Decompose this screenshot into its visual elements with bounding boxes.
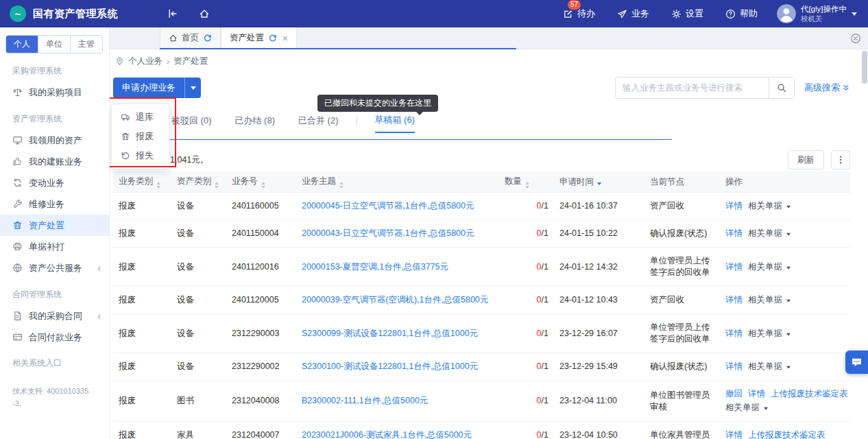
user-menu[interactable]: 代[gly]操作中 校机关 <box>777 4 857 23</box>
related-docs-menu[interactable]: 相关单据 <box>748 262 791 272</box>
more-options-button[interactable] <box>831 150 850 169</box>
related-docs-menu[interactable]: 相关单据 <box>725 403 769 412</box>
globe-icon <box>12 263 23 273</box>
cell-biz-no: 2401150004 <box>226 220 296 248</box>
filter-tab-rejected[interactable]: 被驳回 (0) <box>171 115 212 132</box>
sort-icon[interactable] <box>261 182 265 189</box>
related-docs-menu[interactable]: 相关单据 <box>748 228 791 238</box>
role-tab-supervisor[interactable]: 主管 <box>70 36 102 53</box>
location-pin-icon <box>115 57 124 66</box>
menu-item-return-storage[interactable]: 退库 <box>112 108 169 127</box>
related-docs-menu[interactable]: 相关单据 <box>748 361 791 371</box>
column-header-col-qty[interactable]: 数量 <box>499 171 554 193</box>
sort-icon[interactable] <box>525 182 529 189</box>
send-icon <box>617 9 627 19</box>
page-tab-asset-disposal[interactable]: 资产处置× <box>221 27 297 49</box>
subject-link[interactable]: 20000039-空气调节器(空调机),1台件,总值5800元 <box>302 295 488 305</box>
scrollbar-thumb[interactable] <box>862 51 867 84</box>
subject-link[interactable]: 20000045-日立空气调节器,1台件,总值5800元 <box>302 201 474 211</box>
table-row[interactable]: 报废图书2312040008B2300002-111,1台件,总值5000元0/… <box>113 381 850 422</box>
action-link[interactable]: 详情 <box>725 329 743 338</box>
action-link[interactable]: 上传报废技术鉴定表 <box>748 430 825 439</box>
column-header-col-asset-type[interactable]: 资产类别 <box>171 171 226 193</box>
cell-actions: 详情相关单据 <box>720 248 850 287</box>
action-link[interactable]: 详情 <box>748 389 765 399</box>
advanced-search-link[interactable]: 高级搜索 <box>804 82 850 94</box>
table-row[interactable]: 报废设备240116000520000045-日立空气调节器,1台件,总值580… <box>113 193 850 220</box>
action-link[interactable]: 详情 <box>725 295 743 305</box>
related-docs-menu[interactable]: 相关单据 <box>748 295 791 305</box>
header-todo[interactable]: 57待办 <box>563 8 595 20</box>
scrollbar[interactable] <box>862 51 867 437</box>
thumbs-up-icon <box>12 156 23 167</box>
filter-tab-closed[interactable]: 已办结 (8) <box>235 115 276 132</box>
sort-icon[interactable] <box>215 182 219 189</box>
filter-tab-drafts[interactable]: 草稿箱 (6) <box>375 114 415 133</box>
table-row[interactable]: 报废设备240112000520000039-空气调节器(空调机),1台件,总值… <box>113 287 850 314</box>
action-link[interactable]: 撤回 <box>725 389 743 399</box>
related-docs-menu[interactable]: 相关单据 <box>748 201 791 211</box>
home-icon <box>169 34 178 43</box>
subject-link[interactable]: 20000153-夏普空调,1台件,总值3775元 <box>302 262 448 272</box>
column-header-col-subject[interactable]: 业务主题 <box>296 171 499 193</box>
action-link[interactable]: 详情 <box>725 228 743 238</box>
subject-link[interactable]: S2300100-测试设备122801,1台件,总值1000元 <box>302 361 478 371</box>
action-link[interactable]: 详情 <box>725 262 743 272</box>
sidebar-item-my-received-assets[interactable]: 我领用的资产 <box>0 130 109 151</box>
close-all-tabs-icon[interactable] <box>850 33 861 44</box>
page-tab-home[interactable]: 首页 <box>160 27 221 49</box>
table-row[interactable]: 报废设备2312290003S2300099-测试设备122801,1台件,总值… <box>113 314 850 353</box>
subject-link[interactable]: 20000043-日立空气调节器,1台件,总值5800元 <box>302 228 474 238</box>
sidebar-item-receipt-reprint[interactable]: 单据补打 <box>0 236 109 257</box>
table-row[interactable]: 报废设备240115000420000043-日立空气调节器,1台件,总值580… <box>113 220 850 248</box>
chat-button[interactable] <box>845 351 868 374</box>
search-input[interactable] <box>616 78 769 98</box>
sidebar-item-my-procurement-contracts[interactable]: 我的采购合同‹ <box>0 305 109 327</box>
column-header-col-apply-time[interactable]: 申请时间 <box>554 171 644 193</box>
refresh-button[interactable]: 刷新 <box>788 150 824 169</box>
column-header-col-biz-no[interactable]: 业务号 <box>226 171 296 193</box>
action-link[interactable]: 详情 <box>725 201 743 211</box>
subject-link[interactable]: 20230021J0006-测试家具,1台件,总值5000元 <box>302 430 472 439</box>
related-docs-menu[interactable]: 相关单据 <box>748 329 791 338</box>
menu-item-scrap[interactable]: 报废 <box>112 127 169 146</box>
header-settings[interactable]: 设置 <box>671 8 703 20</box>
sidebar-item-contract-payment[interactable]: 合同付款业务 <box>0 327 109 348</box>
sidebar-item-change-business[interactable]: 变动业务 <box>0 172 109 193</box>
apply-business-caret[interactable] <box>184 78 201 98</box>
role-tab-personal[interactable]: 个人 <box>6 36 38 53</box>
collapse-sidebar-icon[interactable] <box>167 8 178 19</box>
filter-tab-merged[interactable]: 已合并 (2) <box>298 115 339 132</box>
search-button[interactable] <box>769 78 794 98</box>
column-header-col-category[interactable]: 业务类别 <box>113 171 171 193</box>
caret-down-icon <box>764 407 768 410</box>
action-link[interactable]: 详情 <box>725 430 743 439</box>
sidebar-item-asset-public-service[interactable]: 资产公共服务‹ <box>0 257 109 278</box>
sidebar-section-title: 资产管理系统 <box>0 103 109 130</box>
sort-icon[interactable] <box>597 182 601 185</box>
sidebar-item-my-account-business[interactable]: 我的建账业务 <box>0 151 109 172</box>
subject-link[interactable]: S2300099-测试设备122801,1台件,总值1000元 <box>302 329 478 338</box>
sidebar-item-asset-disposal[interactable]: 资产处置 <box>0 215 109 236</box>
header-help[interactable]: 帮助 <box>725 8 758 20</box>
apply-dropdown-menu: 退库报废报失 <box>111 104 170 169</box>
apply-business-button[interactable]: 申请办理业务 <box>113 78 201 98</box>
table-row[interactable]: 报废设备240112001620000153-夏普空调,1台件,总值3775元0… <box>113 248 850 287</box>
subject-link[interactable]: B2300002-111,1台件,总值5000元 <box>302 396 428 405</box>
cell-actions: 撤回详情上传报废技术鉴定表相关单据 <box>720 381 850 422</box>
header-business[interactable]: 业务 <box>617 8 649 20</box>
table-row[interactable]: 报废家具231204000720230021J0006-测试家具,1台件,总值5… <box>113 422 850 439</box>
sort-icon[interactable] <box>156 182 160 189</box>
action-link[interactable]: 上传报废技术鉴定表 <box>771 389 848 399</box>
home-icon[interactable] <box>199 8 210 19</box>
sidebar-item-my-procurement-projects[interactable]: 我的采购项目 <box>0 82 109 103</box>
monitor-icon <box>12 135 23 145</box>
menu-item-report-loss[interactable]: 报失 <box>112 146 169 165</box>
sort-icon[interactable] <box>339 182 343 189</box>
sidebar-item-repair-business[interactable]: 维修业务 <box>0 193 109 215</box>
role-tab-unit[interactable]: 单位 <box>38 36 70 53</box>
table-row[interactable]: 报废设备2312290002S2300100-测试设备122801,1台件,总值… <box>113 353 850 381</box>
breadcrumb-item[interactable]: 个人业务 <box>128 56 162 67</box>
action-link[interactable]: 详情 <box>725 361 743 371</box>
close-tab-icon[interactable]: × <box>282 34 288 43</box>
